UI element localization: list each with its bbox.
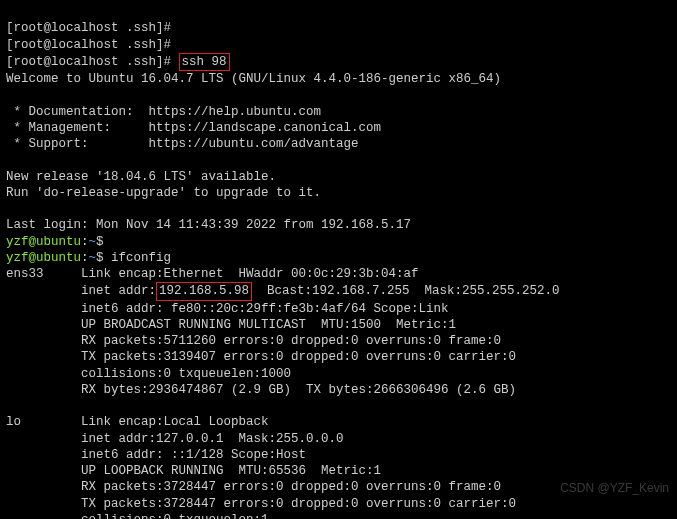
prompt-root: [root@localhost .ssh]# bbox=[6, 55, 171, 69]
lo-line: RX packets:3728447 errors:0 dropped:0 ov… bbox=[6, 480, 501, 494]
prompt-user: yzf@ubuntu bbox=[6, 235, 81, 249]
prompt-user: yzf@ubuntu bbox=[6, 251, 81, 265]
prompt-cwd: ~ bbox=[89, 251, 97, 265]
lo-line: lo Link encap:Local Loopback bbox=[6, 415, 269, 429]
watermark: CSDN @YZF_Kevin bbox=[560, 481, 669, 497]
prompt-dollar: $ bbox=[96, 235, 104, 249]
ens33-line: UP BROADCAST RUNNING MULTICAST MTU:1500 … bbox=[6, 318, 456, 332]
ens33-line: collisions:0 txqueuelen:1000 bbox=[6, 367, 291, 381]
lo-line: inet addr:127.0.0.1 Mask:255.0.0.0 bbox=[6, 432, 344, 446]
lo-line: inet6 addr: ::1/128 Scope:Host bbox=[6, 448, 306, 462]
inet-addr-highlight: 192.168.5.98 bbox=[156, 282, 252, 300]
prompt-sep: : bbox=[81, 235, 89, 249]
ens33-line: Bcast:192.168.7.255 Mask:255.255.252.0 bbox=[252, 284, 560, 298]
welcome-line: Welcome to Ubuntu 16.04.7 LTS (GNU/Linux… bbox=[6, 72, 501, 86]
lo-line: TX packets:3728447 errors:0 dropped:0 ov… bbox=[6, 497, 516, 511]
prompt-root: [root@localhost .ssh]# bbox=[6, 38, 171, 52]
terminal-output[interactable]: [root@localhost .ssh]# [root@localhost .… bbox=[0, 0, 677, 519]
ens33-line: RX packets:5711260 errors:0 dropped:0 ov… bbox=[6, 334, 501, 348]
ifconfig-command: ifconfig bbox=[111, 251, 171, 265]
mgmt-line: * Management: https://landscape.canonica… bbox=[6, 121, 381, 135]
ens33-line: inet addr: bbox=[6, 284, 156, 298]
release-line: New release '18.04.6 LTS' available. bbox=[6, 170, 276, 184]
ens33-line: inet6 addr: fe80::20c:29ff:fe3b:4af/64 S… bbox=[6, 302, 449, 316]
release-line: Run 'do-release-upgrade' to upgrade to i… bbox=[6, 186, 321, 200]
ens33-line: RX bytes:2936474867 (2.9 GB) TX bytes:26… bbox=[6, 383, 516, 397]
lo-line: UP LOOPBACK RUNNING MTU:65536 Metric:1 bbox=[6, 464, 381, 478]
prompt-cwd: ~ bbox=[89, 235, 97, 249]
support-line: * Support: https://ubuntu.com/advantage bbox=[6, 137, 359, 151]
doc-line: * Documentation: https://help.ubuntu.com bbox=[6, 105, 321, 119]
ens33-line: TX packets:3139407 errors:0 dropped:0 ov… bbox=[6, 350, 516, 364]
ssh-command-highlight: ssh 98 bbox=[179, 53, 230, 71]
prompt-root: [root@localhost .ssh]# bbox=[6, 21, 171, 35]
lo-line: collisions:0 txqueuelen:1 bbox=[6, 513, 269, 519]
last-login: Last login: Mon Nov 14 11:43:39 2022 fro… bbox=[6, 218, 411, 232]
prompt-sep: : bbox=[81, 251, 89, 265]
ens33-line: ens33 Link encap:Ethernet HWaddr 00:0c:2… bbox=[6, 267, 419, 281]
prompt-dollar: $ bbox=[96, 251, 104, 265]
